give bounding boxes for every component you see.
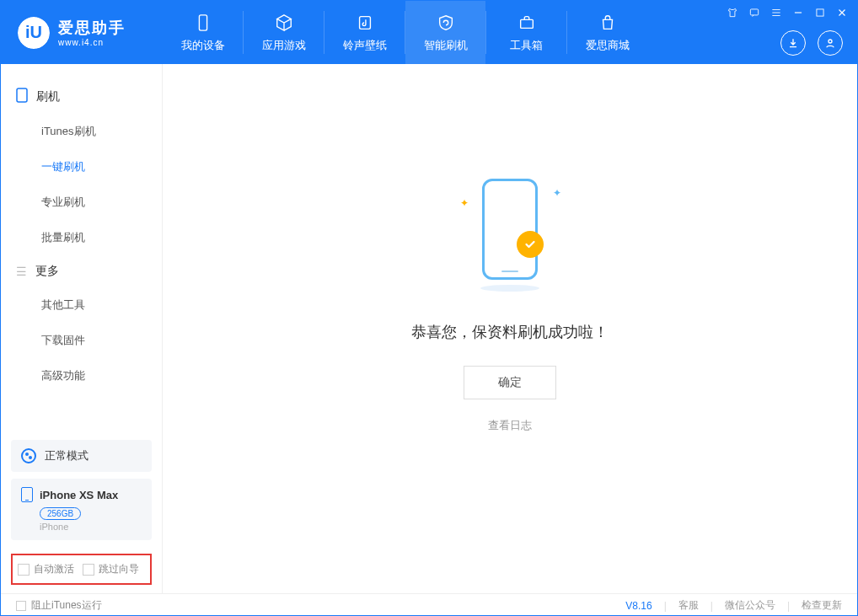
checkbox-auto-activate[interactable]: 自动激活 xyxy=(18,562,74,576)
svg-rect-3 xyxy=(750,9,758,15)
logo-section: iU 爱思助手 www.i4.cn xyxy=(1,1,163,64)
briefcase-icon xyxy=(517,13,537,33)
nav-label: 铃声壁纸 xyxy=(343,38,387,53)
sidebar-item-itunes-flash[interactable]: iTunes刷机 xyxy=(1,114,162,149)
sidebar-item-oneclick-flash[interactable]: 一键刷机 xyxy=(1,149,162,185)
logo-text: 爱思助手 www.i4.cn xyxy=(58,18,126,47)
sidebar-group-label: 刷机 xyxy=(36,89,60,104)
sidebar-group-flash: 刷机 xyxy=(1,79,162,114)
view-log-link[interactable]: 查看日志 xyxy=(411,418,609,433)
separator: | xyxy=(711,600,713,612)
nav-ring-wall[interactable]: 铃声壁纸 xyxy=(324,1,405,64)
nav-label: 我的设备 xyxy=(181,38,225,53)
checkbox-block-itunes[interactable]: 阻止iTunes运行 xyxy=(16,598,102,613)
download-icon[interactable] xyxy=(780,30,806,56)
sparkle-icon: ✦ xyxy=(553,187,561,199)
user-icon[interactable] xyxy=(818,30,843,56)
success-message: 恭喜您，保资料刷机成功啦！ xyxy=(411,322,609,342)
nav-tabs: 我的设备 应用游戏 铃声壁纸 智能刷机 工具箱 爱思商城 xyxy=(163,1,647,64)
svg-point-5 xyxy=(829,40,832,43)
checkbox-label: 跳过向导 xyxy=(99,562,139,576)
nav-label: 智能刷机 xyxy=(424,38,468,53)
nav-label: 爱思商城 xyxy=(586,38,630,53)
statusbar: 阻止iTunes运行 V8.16 | 客服 | 微信公众号 | 检查更新 xyxy=(1,593,857,616)
sidebar-group-more: ☰ 更多 xyxy=(1,255,162,287)
svg-rect-0 xyxy=(199,14,206,29)
sparkle-icon: ✦ xyxy=(460,197,469,209)
close-icon[interactable] xyxy=(835,6,849,19)
highlight-box: 自动激活 跳过向导 xyxy=(11,554,152,585)
app-domain: www.i4.cn xyxy=(58,38,126,47)
mode-box[interactable]: 正常模式 xyxy=(11,440,152,472)
device-type: iPhone xyxy=(40,522,142,532)
device-name-row: iPhone XS Max xyxy=(21,487,142,502)
header-spacer xyxy=(647,1,726,64)
customer-service-link[interactable]: 客服 xyxy=(678,598,699,613)
phone-icon xyxy=(193,13,213,33)
shopping-bag-icon xyxy=(598,13,618,33)
wechat-link[interactable]: 微信公众号 xyxy=(725,598,775,613)
music-note-icon xyxy=(355,13,375,33)
more-icon: ☰ xyxy=(16,265,27,278)
checkmark-badge-icon xyxy=(517,231,544,258)
separator: | xyxy=(787,600,790,612)
feedback-icon[interactable] xyxy=(748,6,761,19)
nav-label: 应用游戏 xyxy=(262,38,306,53)
header: iU 爱思助手 www.i4.cn 我的设备 应用游戏 铃声壁纸 智能刷机 工具… xyxy=(1,1,857,64)
checkbox-icon xyxy=(16,601,26,611)
app-name: 爱思助手 xyxy=(58,18,126,38)
svg-rect-4 xyxy=(817,9,823,16)
phone-outline-icon xyxy=(482,179,538,280)
mode-icon xyxy=(21,448,36,463)
logo-icon: iU xyxy=(18,17,50,49)
checkbox-icon xyxy=(83,564,94,576)
cube-icon xyxy=(274,13,294,33)
svg-rect-6 xyxy=(17,88,27,102)
statusbar-right: V8.16 | 客服 | 微信公众号 | 检查更新 xyxy=(625,598,842,613)
check-update-link[interactable]: 检查更新 xyxy=(802,598,842,613)
separator: | xyxy=(664,600,667,612)
mode-label: 正常模式 xyxy=(45,448,88,463)
main-content: ✦ ✦ 恭喜您，保资料刷机成功啦！ 确定 查看日志 xyxy=(163,64,857,593)
minimize-icon[interactable] xyxy=(791,6,805,19)
nav-smart-flash[interactable]: 智能刷机 xyxy=(405,1,485,64)
refresh-shield-icon xyxy=(436,13,456,33)
sidebar-item-download-fw[interactable]: 下载固件 xyxy=(1,323,162,358)
version-label: V8.16 xyxy=(625,600,652,612)
maximize-icon[interactable] xyxy=(813,6,827,19)
sidebar-item-pro-flash[interactable]: 专业刷机 xyxy=(1,185,162,220)
nav-my-device[interactable]: 我的设备 xyxy=(163,1,243,64)
nav-store[interactable]: 爱思商城 xyxy=(567,1,647,64)
device-capacity: 256GB xyxy=(40,507,81,520)
shadow xyxy=(480,285,539,292)
skin-icon[interactable] xyxy=(726,6,739,19)
checkbox-label: 自动激活 xyxy=(34,562,74,576)
header-right-icons xyxy=(780,30,843,56)
svg-rect-2 xyxy=(520,19,533,28)
sidebar-item-other-tools[interactable]: 其他工具 xyxy=(1,287,162,323)
menu-icon[interactable] xyxy=(770,6,783,19)
sidebar-item-advanced[interactable]: 高级功能 xyxy=(1,358,162,394)
sidebar-item-batch-flash[interactable]: 批量刷机 xyxy=(1,220,162,255)
body-area: 刷机 iTunes刷机 一键刷机 专业刷机 批量刷机 ☰ 更多 其他工具 下载固… xyxy=(1,64,857,593)
checkbox-skip-guide[interactable]: 跳过向导 xyxy=(83,562,139,576)
device-name: iPhone XS Max xyxy=(40,489,118,501)
device-phone-icon xyxy=(21,487,33,502)
phone-small-icon xyxy=(16,88,28,105)
phone-illustration: ✦ ✦ xyxy=(464,172,556,298)
checkbox-icon xyxy=(18,564,29,576)
sidebar: 刷机 iTunes刷机 一键刷机 专业刷机 批量刷机 ☰ 更多 其他工具 下载固… xyxy=(1,64,163,593)
nav-app-games[interactable]: 应用游戏 xyxy=(244,1,324,64)
device-box[interactable]: iPhone XS Max 256GB iPhone xyxy=(11,479,152,540)
sidebar-group-label: 更多 xyxy=(35,264,59,279)
nav-label: 工具箱 xyxy=(510,38,543,53)
svg-rect-1 xyxy=(359,16,370,29)
success-panel: ✦ ✦ 恭喜您，保资料刷机成功啦！ 确定 查看日志 xyxy=(411,172,609,433)
sidebar-spacer xyxy=(1,394,162,433)
nav-toolbox[interactable]: 工具箱 xyxy=(486,1,566,64)
ok-button[interactable]: 确定 xyxy=(464,366,556,399)
checkbox-label: 阻止iTunes运行 xyxy=(31,598,102,613)
